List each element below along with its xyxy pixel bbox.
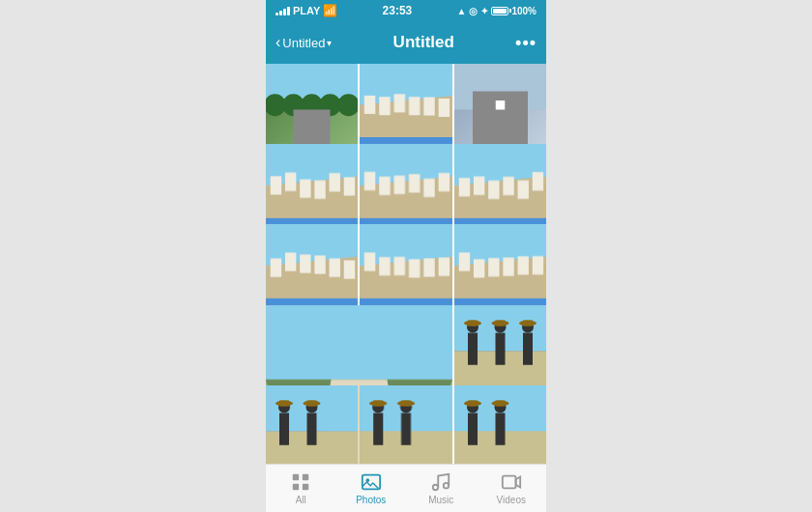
battery-label: 100% [511, 6, 536, 16]
photo-cell[interactable] [454, 144, 546, 236]
time-display: 23:53 [383, 4, 413, 17]
tab-music[interactable]: Music [406, 471, 477, 505]
photo-11 [454, 305, 546, 397]
photo-cell[interactable] [266, 144, 358, 236]
photo-cell[interactable] [454, 385, 546, 464]
status-bar: PLAY 📶 23:53 ▲ ◎ ✦ 100% [266, 0, 546, 21]
grid-icon [290, 471, 311, 493]
tab-music-label: Music [428, 495, 453, 505]
nav-bar: ‹ Untitled ▾ Untitled ••• [266, 21, 546, 64]
photo-8 [360, 224, 451, 316]
svg-rect-8 [503, 476, 516, 489]
photo-7 [266, 224, 358, 316]
location-icon: ◎ [469, 6, 478, 16]
photo-grid [266, 64, 546, 464]
tab-bar: All Photos Music Videos [266, 464, 546, 512]
back-label: Untitled [282, 36, 325, 50]
music-icon [430, 471, 451, 493]
tab-videos[interactable]: Videos [477, 471, 547, 505]
photo-cell[interactable] [454, 64, 546, 156]
signal-icon: ▲ [457, 6, 467, 16]
tab-videos-label: Videos [497, 495, 526, 505]
photo-cell[interactable] [454, 224, 546, 316]
photo-cell[interactable] [266, 224, 358, 316]
svg-rect-3 [303, 484, 308, 490]
photo-6 [454, 144, 546, 236]
status-left: PLAY 📶 [276, 4, 337, 17]
back-arrow-icon: ‹ [276, 34, 280, 51]
photo-cell[interactable] [266, 385, 358, 464]
photo-cell[interactable] [454, 305, 546, 397]
photo-cell[interactable] [360, 64, 451, 156]
battery-icon [491, 7, 508, 15]
tab-photos[interactable]: Photos [336, 471, 407, 505]
photo-1 [266, 64, 358, 156]
svg-point-7 [444, 483, 450, 489]
photo-13 [360, 385, 451, 464]
photo-cell[interactable] [360, 144, 451, 236]
photo-cell[interactable] [360, 385, 451, 464]
nav-title: Untitled [393, 33, 454, 52]
dropdown-icon: ▾ [327, 38, 332, 48]
more-button[interactable]: ••• [515, 33, 536, 53]
svg-point-6 [433, 485, 439, 491]
photo-5 [360, 144, 451, 236]
wifi-icon: 📶 [323, 4, 337, 17]
photo-14 [454, 385, 546, 464]
tab-all[interactable]: All [266, 471, 336, 505]
svg-rect-1 [303, 474, 308, 480]
photo-cell[interactable] [360, 224, 451, 316]
tab-photos-label: Photos [356, 495, 386, 505]
photo-12 [266, 385, 358, 464]
photos-icon [361, 471, 382, 493]
video-icon [501, 471, 522, 493]
photo-cell[interactable] [266, 64, 358, 156]
svg-rect-0 [293, 474, 299, 480]
bluetooth-icon: ✦ [480, 6, 488, 16]
photo-4 [266, 144, 358, 236]
photo-2 [360, 64, 451, 156]
photo-3 [454, 64, 546, 156]
back-button[interactable]: ‹ Untitled ▾ [276, 34, 332, 51]
photo-9 [454, 224, 546, 316]
signal-bars [276, 7, 290, 15]
carrier-label: PLAY [293, 5, 320, 16]
svg-rect-2 [293, 484, 299, 490]
tab-all-label: All [296, 495, 306, 505]
status-right: ▲ ◎ ✦ 100% [457, 6, 536, 16]
